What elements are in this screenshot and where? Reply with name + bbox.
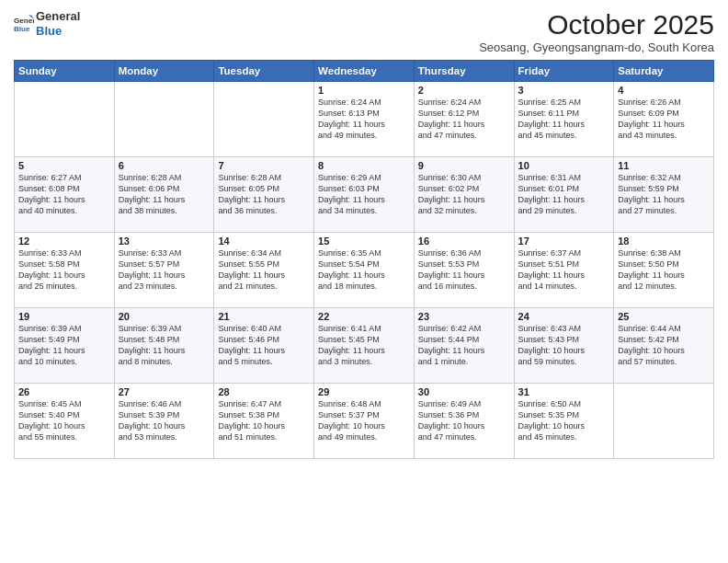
table-row: 23Sunrise: 6:42 AM Sunset: 5:44 PM Dayli…: [414, 308, 514, 384]
title-block: October 2025 Seosang, Gyeongsangnam-do, …: [479, 9, 714, 54]
day-info: Sunrise: 6:26 AM Sunset: 6:09 PM Dayligh…: [618, 97, 710, 142]
day-number: 1: [318, 85, 410, 96]
day-number: 20: [119, 311, 210, 322]
day-number: 28: [218, 386, 310, 397]
day-info: Sunrise: 6:33 AM Sunset: 5:57 PM Dayligh…: [119, 247, 210, 293]
day-info: Sunrise: 6:45 AM Sunset: 5:40 PM Dayligh…: [18, 398, 110, 443]
day-number: 6: [119, 160, 210, 171]
day-info: Sunrise: 6:24 AM Sunset: 6:13 PM Dayligh…: [318, 97, 410, 142]
day-number: 2: [418, 85, 510, 96]
day-number: 4: [618, 85, 710, 96]
day-info: Sunrise: 6:44 AM Sunset: 5:42 PM Dayligh…: [618, 323, 710, 368]
day-info: Sunrise: 6:28 AM Sunset: 6:05 PM Dayligh…: [218, 172, 310, 217]
calendar-week-row: 12Sunrise: 6:33 AM Sunset: 5:58 PM Dayli…: [15, 233, 714, 308]
header-friday: Friday: [514, 61, 614, 82]
page-container: General Blue General Blue October 2025 S…: [0, 0, 728, 464]
header-monday: Monday: [114, 61, 214, 82]
day-number: 19: [18, 311, 110, 322]
day-info: Sunrise: 6:27 AM Sunset: 6:08 PM Dayligh…: [18, 172, 110, 217]
table-row: 1Sunrise: 6:24 AM Sunset: 6:13 PM Daylig…: [314, 82, 415, 157]
day-info: Sunrise: 6:34 AM Sunset: 5:55 PM Dayligh…: [218, 247, 310, 293]
day-number: 9: [418, 160, 510, 171]
day-info: Sunrise: 6:49 AM Sunset: 5:36 PM Dayligh…: [418, 398, 510, 443]
day-info: Sunrise: 6:40 AM Sunset: 5:46 PM Dayligh…: [218, 323, 310, 368]
table-row: 25Sunrise: 6:44 AM Sunset: 5:42 PM Dayli…: [614, 308, 714, 384]
day-number: 24: [518, 311, 610, 322]
table-row: 2Sunrise: 6:24 AM Sunset: 6:12 PM Daylig…: [414, 82, 514, 157]
day-info: Sunrise: 6:42 AM Sunset: 5:44 PM Dayligh…: [418, 323, 510, 368]
table-row: 8Sunrise: 6:29 AM Sunset: 6:03 PM Daylig…: [314, 157, 415, 233]
day-info: Sunrise: 6:47 AM Sunset: 5:38 PM Dayligh…: [218, 398, 310, 443]
day-info: Sunrise: 6:43 AM Sunset: 5:43 PM Dayligh…: [518, 323, 610, 368]
day-info: Sunrise: 6:35 AM Sunset: 5:54 PM Dayligh…: [318, 247, 410, 293]
table-row: [15, 82, 115, 157]
day-number: 22: [318, 311, 410, 322]
calendar-week-row: 19Sunrise: 6:39 AM Sunset: 5:49 PM Dayli…: [15, 308, 714, 384]
month-title: October 2025: [479, 9, 714, 40]
day-info: Sunrise: 6:46 AM Sunset: 5:39 PM Dayligh…: [119, 398, 210, 443]
day-number: 18: [618, 236, 710, 247]
calendar-week-row: 1Sunrise: 6:24 AM Sunset: 6:13 PM Daylig…: [15, 82, 714, 157]
day-number: 31: [518, 386, 610, 397]
table-row: 16Sunrise: 6:36 AM Sunset: 5:53 PM Dayli…: [414, 233, 514, 308]
table-row: 12Sunrise: 6:33 AM Sunset: 5:58 PM Dayli…: [15, 233, 115, 308]
table-row: 9Sunrise: 6:30 AM Sunset: 6:02 PM Daylig…: [414, 157, 514, 233]
table-row: 14Sunrise: 6:34 AM Sunset: 5:55 PM Dayli…: [214, 233, 314, 308]
day-info: Sunrise: 6:25 AM Sunset: 6:11 PM Dayligh…: [518, 97, 610, 142]
day-number: 25: [618, 311, 710, 322]
table-row: 15Sunrise: 6:35 AM Sunset: 5:54 PM Dayli…: [314, 233, 415, 308]
day-info: Sunrise: 6:36 AM Sunset: 5:53 PM Dayligh…: [418, 247, 510, 293]
day-info: Sunrise: 6:29 AM Sunset: 6:03 PM Dayligh…: [318, 172, 410, 217]
day-number: 13: [119, 236, 210, 247]
table-row: 20Sunrise: 6:39 AM Sunset: 5:48 PM Dayli…: [114, 308, 214, 384]
table-row: 24Sunrise: 6:43 AM Sunset: 5:43 PM Dayli…: [514, 308, 614, 384]
svg-text:General: General: [14, 17, 34, 25]
table-row: 3Sunrise: 6:25 AM Sunset: 6:11 PM Daylig…: [514, 82, 614, 157]
svg-text:Blue: Blue: [14, 25, 30, 33]
day-info: Sunrise: 6:39 AM Sunset: 5:49 PM Dayligh…: [18, 323, 110, 368]
table-row: 7Sunrise: 6:28 AM Sunset: 6:05 PM Daylig…: [214, 157, 314, 233]
header-saturday: Saturday: [614, 61, 714, 82]
day-info: Sunrise: 6:33 AM Sunset: 5:58 PM Dayligh…: [18, 247, 110, 293]
day-number: 12: [18, 236, 110, 247]
table-row: 13Sunrise: 6:33 AM Sunset: 5:57 PM Dayli…: [114, 233, 214, 308]
header-sunday: Sunday: [15, 61, 115, 82]
day-number: 21: [218, 311, 310, 322]
location-subtitle: Seosang, Gyeongsangnam-do, South Korea: [479, 40, 714, 54]
calendar-table: Sunday Monday Tuesday Wednesday Thursday…: [14, 60, 714, 459]
day-number: 26: [18, 386, 110, 397]
day-number: 27: [119, 386, 210, 397]
day-info: Sunrise: 6:41 AM Sunset: 5:45 PM Dayligh…: [318, 323, 410, 368]
day-number: 7: [218, 160, 310, 171]
table-row: 28Sunrise: 6:47 AM Sunset: 5:38 PM Dayli…: [214, 384, 314, 459]
day-info: Sunrise: 6:50 AM Sunset: 5:35 PM Dayligh…: [518, 398, 610, 443]
table-row: 5Sunrise: 6:27 AM Sunset: 6:08 PM Daylig…: [15, 157, 115, 233]
table-row: 22Sunrise: 6:41 AM Sunset: 5:45 PM Dayli…: [314, 308, 415, 384]
table-row: 21Sunrise: 6:40 AM Sunset: 5:46 PM Dayli…: [214, 308, 314, 384]
table-row: 30Sunrise: 6:49 AM Sunset: 5:36 PM Dayli…: [414, 384, 514, 459]
table-row: 31Sunrise: 6:50 AM Sunset: 5:35 PM Dayli…: [514, 384, 614, 459]
table-row: 4Sunrise: 6:26 AM Sunset: 6:09 PM Daylig…: [614, 82, 714, 157]
table-row: 11Sunrise: 6:32 AM Sunset: 5:59 PM Dayli…: [614, 157, 714, 233]
table-row: [614, 384, 714, 459]
day-info: Sunrise: 6:28 AM Sunset: 6:06 PM Dayligh…: [119, 172, 210, 217]
day-number: 17: [518, 236, 610, 247]
table-row: [214, 82, 314, 157]
day-info: Sunrise: 6:24 AM Sunset: 6:12 PM Dayligh…: [418, 97, 510, 142]
day-number: 3: [518, 85, 610, 96]
day-number: 10: [518, 160, 610, 171]
calendar-week-row: 5Sunrise: 6:27 AM Sunset: 6:08 PM Daylig…: [15, 157, 714, 233]
day-number: 14: [218, 236, 310, 247]
day-info: Sunrise: 6:37 AM Sunset: 5:51 PM Dayligh…: [518, 247, 610, 293]
day-number: 29: [318, 386, 410, 397]
table-row: 19Sunrise: 6:39 AM Sunset: 5:49 PM Dayli…: [15, 308, 115, 384]
logo: General Blue General Blue: [14, 9, 80, 38]
day-number: 5: [18, 160, 110, 171]
day-info: Sunrise: 6:38 AM Sunset: 5:50 PM Dayligh…: [618, 247, 710, 293]
header-wednesday: Wednesday: [314, 61, 415, 82]
day-info: Sunrise: 6:48 AM Sunset: 5:37 PM Dayligh…: [318, 398, 410, 443]
table-row: 10Sunrise: 6:31 AM Sunset: 6:01 PM Dayli…: [514, 157, 614, 233]
day-number: 8: [318, 160, 410, 171]
table-row: 6Sunrise: 6:28 AM Sunset: 6:06 PM Daylig…: [114, 157, 214, 233]
day-number: 11: [618, 160, 710, 171]
